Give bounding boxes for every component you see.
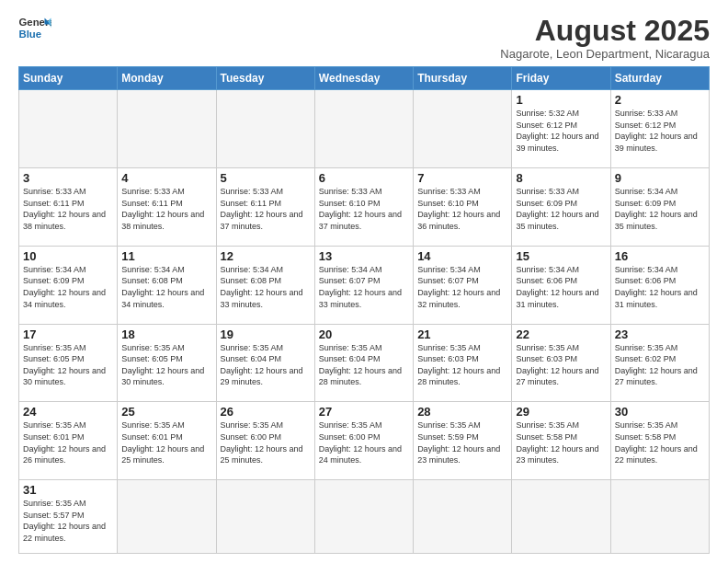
day-info: Sunrise: 5:34 AM Sunset: 6:07 PM Dayligh… (319, 264, 409, 310)
calendar-cell (610, 480, 709, 554)
weekday-header-thursday: Thursday (414, 67, 512, 90)
day-number: 30 (615, 405, 705, 419)
week-row-1: 1Sunrise: 5:32 AM Sunset: 6:12 PM Daylig… (19, 90, 710, 168)
calendar-cell: 30Sunrise: 5:35 AM Sunset: 5:58 PM Dayli… (610, 402, 709, 480)
calendar-cell: 21Sunrise: 5:35 AM Sunset: 6:03 PM Dayli… (414, 324, 512, 402)
calendar-cell: 24Sunrise: 5:35 AM Sunset: 6:01 PM Dayli… (19, 402, 118, 480)
week-row-3: 10Sunrise: 5:34 AM Sunset: 6:09 PM Dayli… (19, 246, 710, 324)
day-info: Sunrise: 5:34 AM Sunset: 6:09 PM Dayligh… (23, 264, 113, 310)
day-number: 25 (121, 405, 211, 419)
day-number: 16 (615, 249, 705, 263)
day-info: Sunrise: 5:34 AM Sunset: 6:06 PM Dayligh… (615, 264, 705, 310)
day-number: 10 (23, 249, 113, 263)
calendar-cell: 6Sunrise: 5:33 AM Sunset: 6:10 PM Daylig… (314, 167, 413, 246)
day-number: 21 (417, 327, 507, 341)
calendar-cell: 2Sunrise: 5:33 AM Sunset: 6:12 PM Daylig… (610, 90, 709, 168)
calendar-cell: 22Sunrise: 5:35 AM Sunset: 6:03 PM Dayli… (512, 324, 610, 402)
day-info: Sunrise: 5:34 AM Sunset: 6:09 PM Dayligh… (615, 186, 705, 232)
calendar-cell: 29Sunrise: 5:35 AM Sunset: 5:58 PM Dayli… (512, 402, 610, 480)
weekday-header-row: SundayMondayTuesdayWednesdayThursdayFrid… (19, 67, 710, 90)
day-info: Sunrise: 5:33 AM Sunset: 6:09 PM Dayligh… (516, 186, 606, 232)
calendar-cell (314, 90, 413, 168)
day-info: Sunrise: 5:35 AM Sunset: 6:03 PM Dayligh… (417, 342, 507, 388)
calendar-cell: 5Sunrise: 5:33 AM Sunset: 6:11 PM Daylig… (216, 167, 314, 246)
day-number: 12 (221, 249, 311, 263)
logo: General Blue (18, 15, 51, 40)
svg-text:Blue: Blue (19, 29, 42, 40)
day-number: 11 (121, 249, 211, 263)
weekday-header-wednesday: Wednesday (314, 67, 413, 90)
day-info: Sunrise: 5:35 AM Sunset: 6:03 PM Dayligh… (516, 342, 606, 388)
day-number: 26 (221, 405, 311, 419)
calendar-cell: 14Sunrise: 5:34 AM Sunset: 6:07 PM Dayli… (414, 246, 512, 324)
weekday-header-monday: Monday (118, 67, 216, 90)
day-number: 31 (23, 483, 113, 497)
day-info: Sunrise: 5:35 AM Sunset: 5:58 PM Dayligh… (516, 419, 606, 465)
weekday-header-tuesday: Tuesday (216, 67, 314, 90)
day-number: 9 (615, 171, 705, 185)
day-info: Sunrise: 5:33 AM Sunset: 6:10 PM Dayligh… (319, 186, 409, 232)
calendar-cell: 28Sunrise: 5:35 AM Sunset: 5:59 PM Dayli… (414, 402, 512, 480)
day-info: Sunrise: 5:35 AM Sunset: 6:04 PM Dayligh… (221, 342, 311, 388)
day-number: 1 (516, 93, 606, 107)
calendar-cell (216, 480, 314, 554)
calendar-cell: 16Sunrise: 5:34 AM Sunset: 6:06 PM Dayli… (610, 246, 709, 324)
day-info: Sunrise: 5:34 AM Sunset: 6:06 PM Dayligh… (516, 264, 606, 310)
calendar-cell (414, 90, 512, 168)
day-number: 20 (319, 327, 409, 341)
day-info: Sunrise: 5:35 AM Sunset: 6:05 PM Dayligh… (121, 342, 211, 388)
month-year-title: August 2025 (500, 15, 710, 47)
day-number: 3 (23, 171, 113, 185)
day-number: 15 (516, 249, 606, 263)
day-info: Sunrise: 5:32 AM Sunset: 6:12 PM Dayligh… (516, 108, 606, 154)
day-info: Sunrise: 5:33 AM Sunset: 6:11 PM Dayligh… (221, 186, 311, 232)
calendar-cell: 31Sunrise: 5:35 AM Sunset: 5:57 PM Dayli… (19, 480, 118, 554)
calendar-cell (118, 90, 216, 168)
day-info: Sunrise: 5:34 AM Sunset: 6:08 PM Dayligh… (221, 264, 311, 310)
calendar-cell: 12Sunrise: 5:34 AM Sunset: 6:08 PM Dayli… (216, 246, 314, 324)
calendar-cell: 19Sunrise: 5:35 AM Sunset: 6:04 PM Dayli… (216, 324, 314, 402)
day-info: Sunrise: 5:34 AM Sunset: 6:07 PM Dayligh… (417, 264, 507, 310)
day-number: 17 (23, 327, 113, 341)
calendar-cell: 27Sunrise: 5:35 AM Sunset: 6:00 PM Dayli… (314, 402, 413, 480)
day-info: Sunrise: 5:35 AM Sunset: 6:04 PM Dayligh… (319, 342, 409, 388)
calendar-cell: 15Sunrise: 5:34 AM Sunset: 6:06 PM Dayli… (512, 246, 610, 324)
calendar-cell (118, 480, 216, 554)
calendar-table: SundayMondayTuesdayWednesdayThursdayFrid… (18, 66, 710, 554)
day-info: Sunrise: 5:33 AM Sunset: 6:11 PM Dayligh… (121, 186, 211, 232)
calendar-cell (216, 90, 314, 168)
weekday-header-saturday: Saturday (610, 67, 709, 90)
day-number: 14 (417, 249, 507, 263)
day-number: 5 (221, 171, 311, 185)
calendar-cell (414, 480, 512, 554)
day-number: 22 (516, 327, 606, 341)
day-info: Sunrise: 5:35 AM Sunset: 6:02 PM Dayligh… (615, 342, 705, 388)
day-number: 13 (319, 249, 409, 263)
day-info: Sunrise: 5:35 AM Sunset: 6:01 PM Dayligh… (121, 419, 211, 465)
day-info: Sunrise: 5:34 AM Sunset: 6:08 PM Dayligh… (121, 264, 211, 310)
day-number: 18 (121, 327, 211, 341)
location-subtitle: Nagarote, Leon Department, Nicaragua (500, 47, 710, 61)
calendar-cell: 9Sunrise: 5:34 AM Sunset: 6:09 PM Daylig… (610, 167, 709, 246)
day-info: Sunrise: 5:35 AM Sunset: 6:00 PM Dayligh… (319, 419, 409, 465)
general-blue-logo-icon: General Blue (18, 15, 51, 40)
day-number: 4 (121, 171, 211, 185)
calendar-cell: 13Sunrise: 5:34 AM Sunset: 6:07 PM Dayli… (314, 246, 413, 324)
calendar-cell: 26Sunrise: 5:35 AM Sunset: 6:00 PM Dayli… (216, 402, 314, 480)
calendar-cell (19, 90, 118, 168)
calendar-cell (314, 480, 413, 554)
calendar-cell: 25Sunrise: 5:35 AM Sunset: 6:01 PM Dayli… (118, 402, 216, 480)
calendar-cell: 23Sunrise: 5:35 AM Sunset: 6:02 PM Dayli… (610, 324, 709, 402)
calendar-cell: 18Sunrise: 5:35 AM Sunset: 6:05 PM Dayli… (118, 324, 216, 402)
header: General Blue August 2025 Nagarote, Leon … (18, 15, 710, 61)
day-info: Sunrise: 5:35 AM Sunset: 6:01 PM Dayligh… (23, 419, 113, 465)
day-number: 8 (516, 171, 606, 185)
day-number: 6 (319, 171, 409, 185)
day-info: Sunrise: 5:35 AM Sunset: 6:00 PM Dayligh… (221, 419, 311, 465)
page: General Blue August 2025 Nagarote, Leon … (0, 0, 728, 563)
day-number: 24 (23, 405, 113, 419)
calendar-cell: 10Sunrise: 5:34 AM Sunset: 6:09 PM Dayli… (19, 246, 118, 324)
day-number: 27 (319, 405, 409, 419)
calendar-cell: 7Sunrise: 5:33 AM Sunset: 6:10 PM Daylig… (414, 167, 512, 246)
week-row-6: 31Sunrise: 5:35 AM Sunset: 5:57 PM Dayli… (19, 480, 710, 554)
